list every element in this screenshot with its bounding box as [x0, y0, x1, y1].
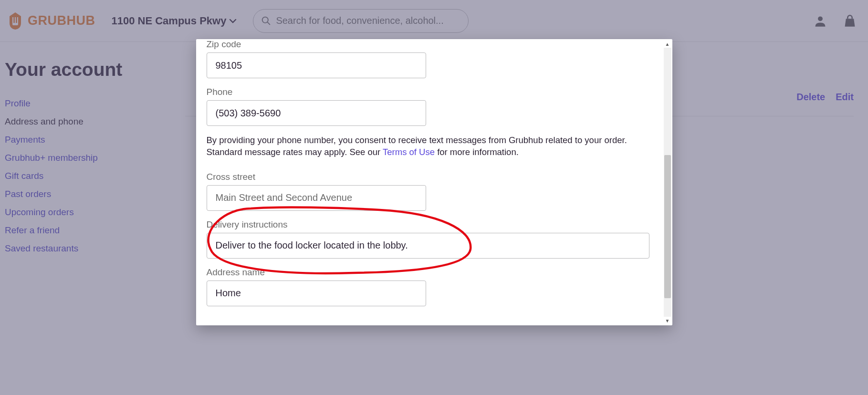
scrollbar-thumb[interactable]: [664, 155, 671, 298]
terms-link[interactable]: Terms of Use: [383, 147, 435, 157]
cross-street-label: Cross street: [207, 172, 651, 182]
edit-address-modal: Zip code Phone By providing your phone n…: [196, 39, 662, 311]
modal-wrapper: Zip code Phone By providing your phone n…: [196, 39, 672, 325]
address-name-input[interactable]: [207, 281, 426, 306]
delivery-instructions-input[interactable]: [207, 233, 649, 259]
address-name-label: Address name: [207, 267, 651, 278]
phone-input[interactable]: [207, 100, 426, 126]
zip-label: Zip code: [207, 39, 651, 50]
phone-note: By providing your phone number, you cons…: [207, 135, 651, 158]
phone-note-post: for more information.: [435, 147, 519, 157]
zip-input[interactable]: [207, 52, 426, 78]
phone-label: Phone: [207, 87, 651, 97]
delivery-instructions-label: Delivery instructions: [207, 219, 651, 230]
cross-street-input[interactable]: [207, 185, 426, 211]
modal-overlay[interactable]: Zip code Phone By providing your phone n…: [0, 0, 868, 395]
scroll-down-icon[interactable]: ▼: [664, 317, 671, 324]
scroll-up-icon[interactable]: ▲: [664, 40, 671, 48]
modal-scrollbar[interactable]: ▲ ▼: [664, 40, 671, 324]
scrollbar-track[interactable]: [664, 48, 671, 317]
